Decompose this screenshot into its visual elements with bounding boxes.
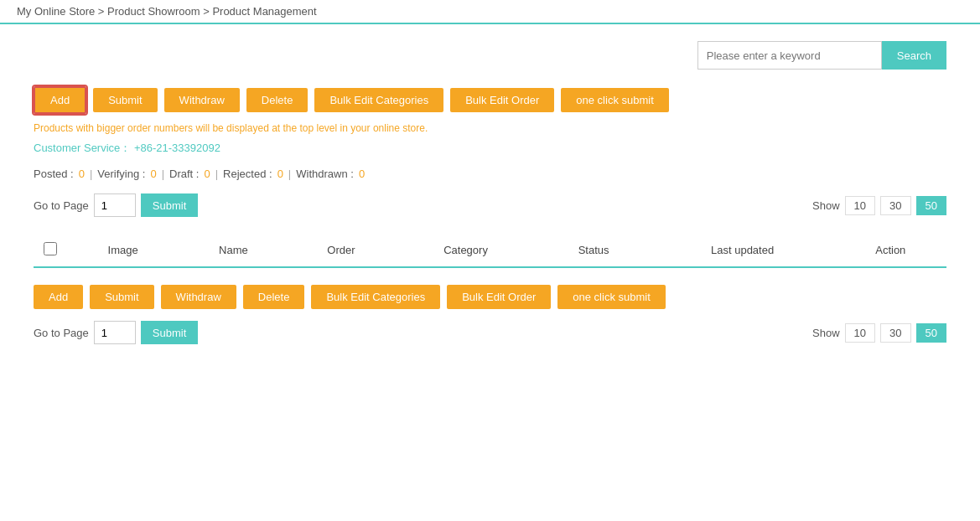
rejected-count-link[interactable]: 0 xyxy=(277,168,283,180)
select-all-col xyxy=(34,234,67,267)
last-updated-col-header: Last updated xyxy=(651,234,835,267)
bulk-edit-order-button-top[interactable]: Bulk Edit Order xyxy=(450,88,554,112)
table-header: Image Name Order Category Status Last up… xyxy=(34,234,946,267)
draft-count-link[interactable]: 0 xyxy=(204,168,210,180)
add-button-top[interactable]: Add xyxy=(34,86,86,114)
toolbar-top: Add Submit Withdraw Delete Bulk Edit Cat… xyxy=(34,86,946,114)
withdrawn-count-link[interactable]: 0 xyxy=(359,168,365,180)
content-area: Search Add Submit Withdraw Delete Bulk E… xyxy=(0,24,980,378)
search-button[interactable]: Search xyxy=(882,41,946,70)
action-col-header: Action xyxy=(835,234,946,267)
submit-button-top[interactable]: Submit xyxy=(93,88,157,112)
category-col-header: Category xyxy=(394,234,537,267)
order-col-header: Order xyxy=(288,234,395,267)
goto-page-input-bottom[interactable] xyxy=(94,321,136,344)
pagination-bottom: Go to Page Submit Show 10 30 50 xyxy=(34,321,946,344)
select-all-checkbox[interactable] xyxy=(44,242,57,255)
customer-service: Customer Service： +86-21-33392092 xyxy=(34,141,946,156)
page-wrapper: My Online Store > Product Showroom > Pro… xyxy=(0,0,980,521)
toolbar-bottom: Add Submit Withdraw Delete Bulk Edit Cat… xyxy=(34,285,946,309)
one-click-submit-button-bottom[interactable]: one click submit xyxy=(557,285,665,309)
show-10-top[interactable]: 10 xyxy=(845,196,875,215)
bulk-edit-categories-button-top[interactable]: Bulk Edit Categories xyxy=(314,88,443,112)
show-50-top[interactable]: 50 xyxy=(916,196,946,215)
name-col-header: Name xyxy=(179,234,288,267)
product-table: Image Name Order Category Status Last up… xyxy=(34,234,946,268)
show-10-bottom[interactable]: 10 xyxy=(845,323,875,343)
posted-count-link[interactable]: 0 xyxy=(79,168,85,180)
bulk-edit-order-button-bottom[interactable]: Bulk Edit Order xyxy=(447,285,551,309)
status-bar: Posted : 0 | Verifying : 0 | Draft : 0 |… xyxy=(34,168,946,180)
order-hint: Products with bigger order numbers will … xyxy=(34,122,946,134)
show-30-bottom[interactable]: 30 xyxy=(880,323,910,343)
goto-page-submit-bottom[interactable]: Submit xyxy=(141,321,198,344)
delete-button-bottom[interactable]: Delete xyxy=(243,285,305,309)
show-30-top[interactable]: 30 xyxy=(880,196,910,215)
status-col-header: Status xyxy=(537,234,651,267)
one-click-submit-button-top[interactable]: one click submit xyxy=(561,88,668,112)
withdraw-button-bottom[interactable]: Withdraw xyxy=(161,285,236,309)
goto-page-input-top[interactable] xyxy=(94,193,136,217)
goto-page-top: Go to Page Submit xyxy=(34,193,198,217)
add-button-bottom[interactable]: Add xyxy=(34,285,83,309)
verifying-count-link[interactable]: 0 xyxy=(150,168,156,180)
delete-button-top[interactable]: Delete xyxy=(246,88,309,112)
goto-page-bottom: Go to Page Submit xyxy=(34,321,198,344)
pagination-top: Go to Page Submit Show 10 30 50 xyxy=(34,193,946,217)
breadcrumb: My Online Store > Product Showroom > Pro… xyxy=(0,0,980,24)
show-options-bottom: Show 10 30 50 xyxy=(812,323,946,343)
show-50-bottom[interactable]: 50 xyxy=(916,323,946,343)
show-options-top: Show 10 30 50 xyxy=(812,196,946,215)
image-col-header: Image xyxy=(67,234,179,267)
bulk-edit-categories-button-bottom[interactable]: Bulk Edit Categories xyxy=(311,285,440,309)
submit-button-bottom[interactable]: Submit xyxy=(90,285,153,309)
withdraw-button-top[interactable]: Withdraw xyxy=(164,88,240,112)
search-input[interactable] xyxy=(697,41,882,70)
search-row: Search xyxy=(34,41,946,70)
goto-page-submit-top[interactable]: Submit xyxy=(141,193,198,217)
